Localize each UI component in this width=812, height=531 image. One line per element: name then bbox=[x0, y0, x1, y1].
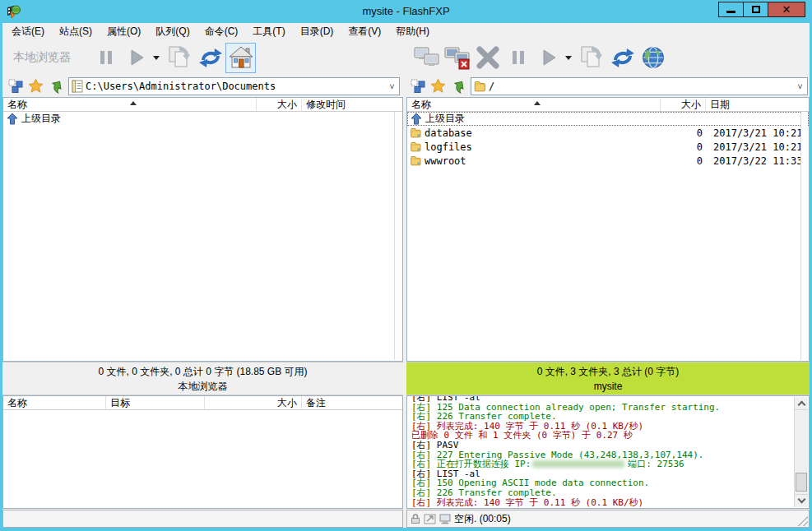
remote-pause-button[interactable] bbox=[503, 43, 533, 73]
local-browser-label: 本地浏览器 bbox=[2, 50, 90, 65]
menu-item-7[interactable]: 查看(V) bbox=[341, 22, 388, 41]
window-title: mysite - FlashFXP bbox=[0, 5, 812, 17]
remote-up-directory-button[interactable] bbox=[448, 76, 469, 95]
remote-site-manager-button[interactable] bbox=[407, 76, 428, 95]
column-header-2[interactable]: 修改时间 bbox=[302, 98, 402, 111]
queue-body[interactable] bbox=[3, 410, 402, 508]
file-row[interactable]: 上级目录 bbox=[407, 112, 809, 126]
remote-status-sitename: mysite bbox=[594, 379, 623, 394]
remote-path-value: / bbox=[489, 81, 494, 92]
local-path-bar: C:\Users\Administrator\Documents ˅ bbox=[2, 75, 403, 97]
remote-start-button[interactable] bbox=[533, 43, 564, 73]
minimize-icon bbox=[726, 11, 735, 13]
local-transfer-queue-button[interactable] bbox=[165, 43, 195, 73]
statusbar-left-panel bbox=[2, 510, 403, 528]
titlebar[interactable]: mysite - FlashFXP ✕ bbox=[0, 0, 812, 23]
local-site-manager-button[interactable] bbox=[5, 76, 26, 95]
remote-abort-button[interactable] bbox=[472, 43, 503, 73]
home-icon bbox=[229, 46, 253, 69]
transfer-queue-panel: 名称目标大小备注 bbox=[2, 395, 403, 509]
menu-item-8[interactable]: 帮助(H) bbox=[388, 22, 437, 41]
column-header-label: 备注 bbox=[306, 396, 326, 410]
local-status-box: 0 文件, 0 文件夹, 0 总计 0 字节 (18.85 GB 可用) 本地浏… bbox=[2, 362, 403, 395]
close-button[interactable]: ✕ bbox=[768, 2, 805, 17]
scroll-down-button[interactable] bbox=[795, 494, 808, 507]
local-list-scrollbar[interactable] bbox=[394, 112, 401, 360]
folder-icon bbox=[471, 81, 489, 92]
resize-grip[interactable] bbox=[798, 516, 808, 526]
maximize-icon bbox=[752, 6, 760, 13]
local-file-list: 名称大小修改时间 上级目录 bbox=[2, 97, 403, 362]
menu-item-3[interactable]: 队列(Q) bbox=[148, 22, 197, 41]
remote-disconnect-button[interactable] bbox=[442, 43, 472, 73]
file-row[interactable]: database02017/3/21 10:21 bbox=[407, 126, 809, 140]
remote-refresh-button[interactable] bbox=[607, 43, 638, 73]
menu-item-0[interactable]: 会话(E) bbox=[4, 22, 52, 41]
local-bookmarks-button[interactable] bbox=[26, 76, 46, 95]
column-header-1[interactable]: 目标 bbox=[106, 396, 205, 409]
minimize-button[interactable] bbox=[718, 2, 744, 17]
local-status-counts: 0 文件, 0 文件夹, 0 总计 0 字节 (18.85 GB 可用) bbox=[98, 364, 307, 379]
local-path-input[interactable]: C:\Users\Administrator\Documents ˅ bbox=[68, 77, 400, 95]
menu-item-1[interactable]: 站点(S) bbox=[52, 22, 100, 41]
parent-directory-label: 上级目录 bbox=[425, 112, 465, 126]
local-up-directory-button[interactable] bbox=[46, 76, 67, 95]
disconnect-icon bbox=[443, 45, 471, 70]
column-header-label: 大小 bbox=[277, 396, 297, 410]
remote-toolbar bbox=[406, 40, 810, 75]
column-header-3[interactable]: 备注 bbox=[302, 396, 402, 409]
statusbar: 空闲. (00:05) bbox=[2, 509, 810, 528]
menubar: 会话(E)站点(S)属性(O)队列(Q)命令(C)工具(T)目录(D)查看(V)… bbox=[2, 23, 810, 40]
menu-item-6[interactable]: 目录(D) bbox=[293, 22, 341, 41]
column-header-0[interactable]: 名称 bbox=[407, 98, 661, 111]
remote-transfer-queue-button[interactable] bbox=[577, 43, 607, 73]
file-row[interactable]: logfiles02017/3/21 10:21 bbox=[407, 140, 809, 154]
local-path-value: C:\Users\Administrator\Documents bbox=[86, 81, 276, 92]
file-name-cell: database bbox=[408, 127, 661, 139]
log-scrollbar[interactable] bbox=[794, 397, 808, 507]
menu-item-5[interactable]: 工具(T) bbox=[245, 22, 292, 41]
column-header-2[interactable]: 大小 bbox=[205, 396, 302, 409]
column-header-0[interactable]: 名称 bbox=[3, 396, 106, 409]
local-refresh-button[interactable] bbox=[195, 43, 225, 73]
censored-ip-block bbox=[532, 460, 624, 468]
scroll-thumb[interactable] bbox=[796, 473, 807, 492]
log-line: 已删除 0 文件 和 1 文件夹 (0 字节) 于 0.27 秒 bbox=[411, 431, 793, 441]
queue-header: 名称目标大小备注 bbox=[3, 396, 402, 410]
local-start-dropdown-icon[interactable] bbox=[153, 56, 160, 60]
ftp-log-panel[interactable]: [右] LIST -al[右] 125 Data connection alre… bbox=[406, 395, 810, 509]
scroll-up-button[interactable] bbox=[795, 397, 808, 410]
statusbar-right-panel: 空闲. (00:05) bbox=[406, 510, 810, 528]
local-pause-button[interactable] bbox=[90, 43, 121, 73]
remote-list-scrollbar[interactable] bbox=[800, 112, 808, 360]
remote-connect-button[interactable] bbox=[411, 43, 442, 73]
file-row[interactable]: 上级目录 bbox=[3, 112, 402, 126]
local-start-button[interactable] bbox=[121, 43, 151, 73]
maximize-button[interactable] bbox=[743, 2, 768, 17]
column-header-1[interactable]: 大小 bbox=[661, 98, 706, 111]
remote-path-input[interactable]: / ˅ bbox=[471, 77, 808, 95]
file-name: logfiles bbox=[425, 141, 472, 153]
file-date: 2017/3/21 10:21 bbox=[706, 127, 808, 139]
file-panes: 名称大小修改时间 上级目录 名称大小日期 上级目录database02017/3… bbox=[2, 97, 810, 362]
file-name: database bbox=[425, 127, 472, 139]
column-header-2[interactable]: 日期 bbox=[706, 98, 809, 111]
file-row[interactable]: wwwroot02017/3/22 11:33 bbox=[407, 154, 809, 168]
sort-arrow-icon bbox=[130, 101, 137, 105]
chevron-down-icon[interactable]: ˅ bbox=[793, 81, 807, 91]
remote-file-list: 名称大小日期 上级目录database02017/3/21 10:21logfi… bbox=[406, 97, 810, 362]
remote-start-dropdown-icon[interactable] bbox=[565, 56, 572, 60]
remote-bookmarks-button[interactable] bbox=[428, 76, 448, 95]
chevron-down-icon[interactable]: ˅ bbox=[385, 81, 399, 91]
local-home-button[interactable] bbox=[225, 43, 256, 73]
flashfxp-logo-icon bbox=[7, 5, 21, 19]
remote-status-counts: 0 文件, 3 文件夹, 3 总计 (0 字节) bbox=[537, 364, 680, 379]
remote-web-button[interactable] bbox=[638, 43, 668, 73]
remote-status-box: 0 文件, 3 文件夹, 3 总计 (0 字节) mysite bbox=[406, 362, 810, 395]
file-size: 0 bbox=[661, 155, 706, 167]
column-header-1[interactable]: 大小 bbox=[257, 98, 302, 111]
column-header-0[interactable]: 名称 bbox=[3, 98, 257, 111]
menu-item-4[interactable]: 命令(C) bbox=[197, 22, 246, 41]
play-icon bbox=[540, 48, 558, 67]
menu-item-2[interactable]: 属性(O) bbox=[100, 22, 148, 41]
